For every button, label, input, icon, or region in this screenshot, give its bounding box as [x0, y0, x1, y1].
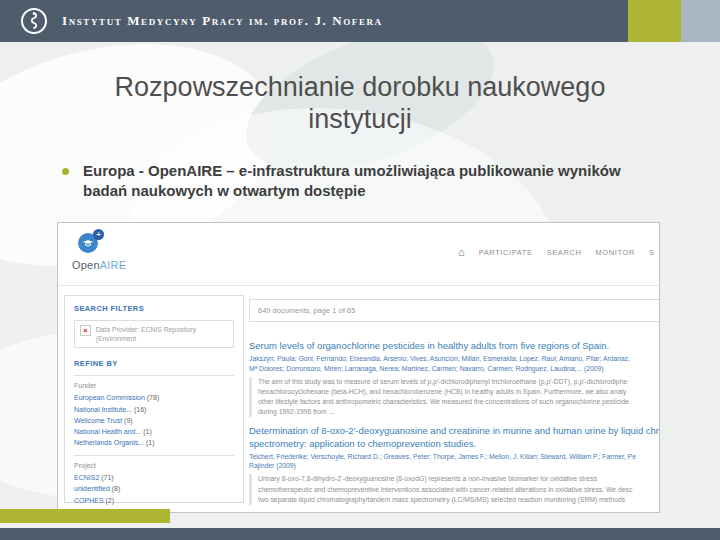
result-abstract: The aim of this study was to measure of … [249, 377, 660, 418]
filter-count: (1) [143, 428, 152, 435]
bottom-accent-olive [0, 509, 170, 523]
result-authors: Teichert, Friederike; Verschoyle, Richar… [249, 452, 660, 470]
filter-chip-label: Data Provider: ECNIS Repository (Environ… [96, 325, 228, 343]
bullet-marker [62, 168, 69, 175]
presentation-slide: Instytut Medycyny Pracy im. prof. J. Nof… [0, 0, 720, 540]
filter-link[interactable]: Wellcome Trust (9) [74, 415, 234, 426]
filter-link-label[interactable]: ECNIS2 [74, 474, 99, 481]
wordmark-open: Open [72, 259, 100, 271]
result-abstract: Urinary 8-oxo-7,8-dihydro-2'-deoxyguanos… [249, 474, 660, 505]
bottom-bar [0, 528, 720, 540]
nav-search[interactable]: SEARCH [547, 248, 582, 257]
accent-square-olive [628, 0, 681, 42]
institute-logo-icon [21, 8, 47, 34]
filter-count: (78) [147, 394, 159, 401]
authors-line: Rajinder (2009) [249, 461, 660, 470]
authors-line: Mª Dolores; Dorronsoro, Miren; Larranaga… [249, 364, 660, 373]
search-filters-panel: SEARCH FILTERS × Data Provider: ECNIS Re… [64, 295, 244, 503]
openaire-plus-badge: + [93, 229, 104, 240]
nav-clipped[interactable]: S [649, 248, 655, 257]
wordmark-aire: AIRE [100, 259, 126, 271]
filter-count: (2) [106, 497, 115, 504]
bullet-item: Europa - OpenAIRE – e-infrastruktura umo… [62, 161, 637, 202]
openaire-wordmark: OpenAIRE [72, 259, 126, 271]
abstract-line: The aim of this study was to measure of … [258, 377, 660, 387]
filter-link[interactable]: unidentified (8) [74, 483, 234, 494]
graduation-cap-icon [82, 238, 94, 248]
filter-link-label[interactable]: National Health and... [74, 428, 141, 435]
results-summary: 649 documents, page 1 of 65 [249, 299, 660, 322]
home-icon[interactable]: ⌂ [458, 247, 465, 257]
filter-chip: × Data Provider: ECNIS Repository (Envir… [74, 320, 234, 348]
result-item: Determination of 8-oxo-2'-deoxyguanosine… [249, 425, 660, 505]
search-filters-heading: SEARCH FILTERS [74, 304, 234, 313]
filter-link-label[interactable]: unidentified [74, 485, 110, 492]
serpent-staff-icon [27, 12, 41, 30]
nav-participate[interactable]: PARTICIPATE [479, 248, 533, 257]
filter-link-label[interactable]: Netherlands Organis... [74, 439, 144, 446]
abstract-line: chemotherapeutic and chemopreventive int… [258, 485, 660, 495]
filter-count: (9) [124, 417, 133, 424]
filter-group-project: Project [74, 462, 234, 469]
abstract-line: hexachlorocyclohexane (beta-HCH), and he… [258, 387, 660, 397]
nav-monitor[interactable]: MONITOR [596, 248, 635, 257]
remove-filter-icon[interactable]: × [80, 325, 91, 336]
filter-count: (8) [112, 485, 121, 492]
result-authors: Jakszyn, Paula; Goni, Fernando; Etxeandi… [249, 354, 660, 372]
filter-count: (16) [134, 406, 146, 413]
authors-line: Teichert, Friederike; Verschoyle, Richar… [249, 452, 660, 461]
divider [74, 375, 234, 376]
filter-link[interactable]: Netherlands Organis... (1) [74, 437, 234, 448]
title-line: Determination of 8-oxo-2'-deoxyguanosine… [249, 425, 660, 437]
openaire-site-header: + OpenAIRE ⌂ PARTICIPATE SEARCH MONITOR … [58, 223, 659, 286]
divider [74, 455, 234, 456]
filter-link-label[interactable]: Wellcome Trust [74, 417, 122, 424]
authors-line: Jakszyn, Paula; Goni, Fernando; Etxeandi… [249, 354, 660, 363]
site-nav: ⌂ PARTICIPATE SEARCH MONITOR S [458, 247, 655, 257]
filter-link-label[interactable]: National Institute... [74, 406, 132, 413]
openaire-logo[interactable]: + OpenAIRE [72, 229, 132, 277]
filter-link[interactable]: ECNIS2 (71) [74, 472, 234, 483]
openaire-screenshot: + OpenAIRE ⌂ PARTICIPATE SEARCH MONITOR … [57, 222, 660, 513]
filter-count: (1) [146, 439, 155, 446]
refine-by-heading: REFINE BY [74, 359, 234, 368]
filter-link[interactable]: National Institute... (16) [74, 404, 234, 415]
abstract-line: Urinary 8-oxo-7,8-dihydro-2'-deoxyguanos… [258, 474, 660, 484]
filter-link-label[interactable]: European Commission [74, 394, 145, 401]
abstract-line: other lifestyle factors and anthropometr… [258, 397, 660, 407]
slide-title-line2: instytucji [40, 104, 680, 136]
filter-count: (71) [101, 474, 113, 481]
result-item: Serum levels of organochlorine pesticide… [249, 340, 660, 417]
institute-name: Instytut Medycyny Pracy im. prof. J. Nof… [62, 0, 383, 42]
result-title[interactable]: Serum levels of organochlorine pesticide… [249, 340, 660, 352]
abstract-line: during 1992-1996 from ... [258, 407, 660, 417]
result-title[interactable]: Determination of 8-oxo-2'-deoxyguanosine… [249, 425, 660, 450]
filter-link[interactable]: National Health and... (1) [74, 426, 234, 437]
results-column: 649 documents, page 1 of 65 Serum levels… [249, 293, 660, 505]
title-line: spectrometry: application to chemopreven… [249, 438, 660, 450]
institute-header-bar: Instytut Medycyny Pracy im. prof. J. Nof… [0, 0, 628, 42]
abstract-line: two separate liquid chromatography/tande… [258, 495, 660, 505]
filter-group-funder: Funder [74, 382, 234, 389]
filter-link[interactable]: European Commission (78) [74, 392, 234, 403]
slide-title-line1: Rozpowszechnianie dorobku naukowego [40, 72, 680, 104]
bullet-text: Europa - OpenAIRE – e-infrastruktura umo… [83, 161, 635, 202]
accent-square-gray [681, 0, 720, 42]
filter-link-label[interactable]: COPHES [74, 497, 104, 504]
slide-title: Rozpowszechnianie dorobku naukowego inst… [40, 72, 680, 136]
filter-link[interactable]: COPHES (2) [74, 495, 234, 506]
